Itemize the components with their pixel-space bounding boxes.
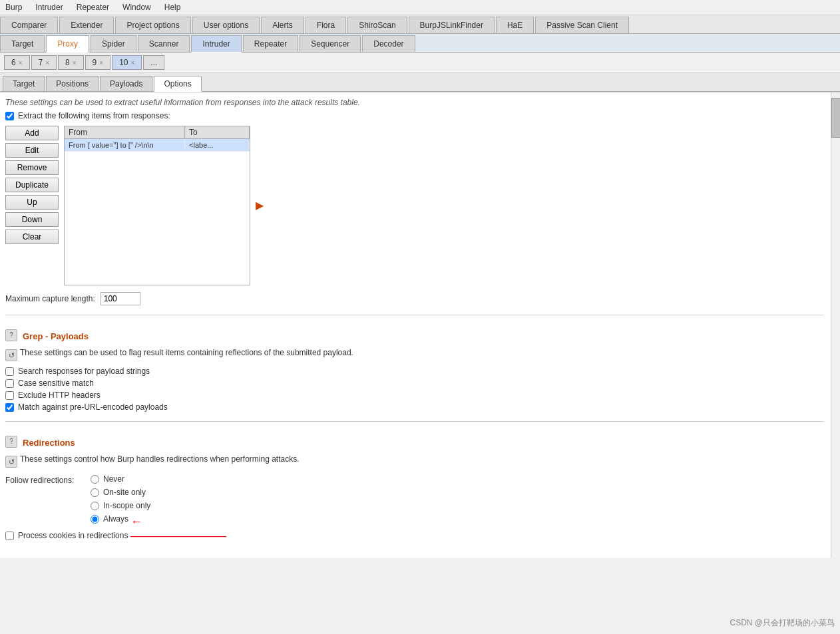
tab-target[interactable]: Target	[0, 35, 45, 52]
redirections-title: Redirections	[23, 438, 75, 448]
tab-passive-scan-client[interactable]: Passive Scan Client	[535, 17, 629, 33]
grep-payloads-section-row: ? Grep - Payloads	[5, 325, 824, 345]
inner-tab-payloads[interactable]: Payloads	[100, 76, 152, 91]
num-tab-10-close[interactable]: ×	[130, 59, 134, 67]
num-tab-8-label: 8	[65, 58, 70, 67]
extract-buttons-col: Add Edit Remove Duplicate Up Down Clear	[5, 126, 59, 285]
grep-payloads-title: Grep - Payloads	[23, 331, 89, 341]
menu-help[interactable]: Help	[162, 1, 184, 13]
grep-exclude-checkbox[interactable]	[5, 391, 14, 400]
extract-row-1[interactable]: From [ value="] to [" />\n\n <labe...	[65, 139, 250, 152]
process-cookies-label: Process cookies in redirections	[18, 531, 128, 540]
max-capture-input[interactable]	[101, 292, 140, 305]
menu-burp[interactable]: Burp	[3, 1, 25, 13]
grep-match-label: Match against pre-URL-encoded payloads	[18, 402, 168, 412]
tab-sequencer[interactable]: Sequencer	[300, 35, 361, 52]
divider-2	[5, 421, 824, 422]
inner-tab-positions[interactable]: Positions	[46, 76, 99, 91]
grep-search-checkbox[interactable]	[5, 367, 14, 376]
num-tab-9-label: 9	[93, 58, 97, 67]
radio-always-label: Always	[103, 514, 128, 524]
grep-help-icon[interactable]: ?	[5, 329, 17, 341]
main-content-area: These settings can be used to extract us…	[0, 92, 840, 558]
num-tab-more-label: ...	[150, 58, 157, 67]
up-button[interactable]: Up	[5, 195, 59, 210]
grep-match-row: Match against pre-URL-encoded payloads	[5, 402, 824, 412]
tab-intruder[interactable]: Intruder	[191, 35, 241, 53]
menu-intruder[interactable]: Intruder	[33, 1, 65, 13]
radio-onsite-row: On-site only	[91, 488, 150, 497]
num-tab-6-label: 6	[11, 58, 16, 67]
tab-spider[interactable]: Spider	[91, 35, 136, 52]
num-tab-9[interactable]: 9 ×	[85, 55, 111, 70]
extract-checkbox-row: Extract the following items from respons…	[5, 111, 824, 120]
radio-onsite[interactable]	[91, 488, 99, 497]
inner-tab-target[interactable]: Target	[3, 76, 45, 91]
num-tab-9-close[interactable]: ×	[99, 59, 103, 67]
num-tab-6-close[interactable]: ×	[19, 59, 23, 67]
tab-project-options[interactable]: Project options	[115, 17, 190, 33]
radio-never-row: Never	[91, 474, 150, 484]
redirections-section-row: ? Redirections	[5, 431, 824, 452]
scrollbar[interactable]	[831, 92, 840, 558]
top-tab-row: Comparer Extender Project options User o…	[0, 15, 840, 34]
duplicate-button[interactable]: Duplicate	[5, 178, 59, 192]
radio-inscope-row: In-scope only	[91, 501, 150, 510]
num-tab-8[interactable]: 8 ×	[58, 55, 84, 70]
num-tab-6[interactable]: 6 ×	[4, 55, 30, 70]
grep-exclude-label: Exclude HTTP headers	[18, 391, 101, 400]
num-tab-more[interactable]: ...	[143, 55, 164, 70]
tab-proxy[interactable]: Proxy	[46, 35, 89, 53]
extract-cell-from: From [ value="] to [" />\n\n	[65, 140, 185, 150]
radio-never-label: Never	[103, 474, 124, 484]
num-tab-10[interactable]: 10 ×	[112, 55, 142, 70]
radio-never[interactable]	[91, 475, 99, 484]
num-tab-7[interactable]: 7 ×	[31, 55, 57, 70]
redirections-refresh-icon[interactable]: ↺	[5, 456, 17, 468]
redirections-desc: These settings control how Burp handles …	[20, 454, 300, 464]
process-cookies-checkbox[interactable]	[5, 532, 14, 540]
tab-shiroscan[interactable]: ShiroScan	[347, 17, 407, 33]
tab-repeater[interactable]: Repeater	[243, 35, 298, 52]
tab-hae[interactable]: HaE	[496, 17, 534, 33]
tab-extender[interactable]: Extender	[59, 17, 114, 33]
remove-button[interactable]: Remove	[5, 160, 59, 175]
tab-user-options[interactable]: User options	[192, 17, 260, 33]
radio-inscope[interactable]	[91, 502, 99, 510]
scroll-content: These settings can be used to extract us…	[0, 92, 840, 558]
tab-fiora[interactable]: Fiora	[306, 17, 346, 33]
grep-refresh-icon[interactable]: ↺	[5, 349, 17, 361]
follow-redirections-label: Follow redirections:	[5, 474, 85, 485]
clear-button[interactable]: Clear	[5, 230, 59, 244]
num-tab-7-close[interactable]: ×	[45, 59, 49, 67]
extract-col-from: From	[65, 126, 185, 138]
menu-window[interactable]: Window	[120, 1, 154, 13]
menu-repeater[interactable]: Repeater	[74, 1, 112, 13]
extract-table: From To From [ value="] to [" />\n\n <la…	[64, 126, 250, 285]
grep-case-checkbox[interactable]	[5, 379, 14, 388]
grep-match-checkbox[interactable]	[5, 403, 14, 412]
extract-checkbox[interactable]	[5, 112, 14, 120]
tab-burpjslinkfinder[interactable]: BurpJSLinkFinder	[409, 17, 495, 33]
scrollbar-thumb[interactable]	[831, 98, 840, 138]
max-capture-row: Maximum capture length:	[5, 292, 824, 305]
inner-tab-options[interactable]: Options	[154, 76, 201, 92]
add-button[interactable]: Add	[5, 126, 59, 140]
tab-decoder[interactable]: Decoder	[362, 35, 415, 52]
num-tab-8-close[interactable]: ×	[73, 59, 77, 67]
num-tab-10-label: 10	[119, 58, 128, 67]
grep-case-label: Case sensitive match	[18, 379, 94, 388]
radio-onsite-label: On-site only	[103, 488, 146, 497]
grep-payloads-desc: These settings can be used to flag resul…	[20, 348, 353, 357]
tab-scanner[interactable]: Scanner	[138, 35, 190, 52]
process-cookies-row: Process cookies in redirections	[5, 531, 824, 540]
down-button[interactable]: Down	[5, 212, 59, 227]
edit-button[interactable]: Edit	[5, 143, 59, 158]
tab-comparer[interactable]: Comparer	[0, 17, 58, 33]
radio-always[interactable]	[91, 515, 99, 524]
redirections-refresh-row: ↺ These settings control how Burp handle…	[5, 454, 824, 469]
grep-search-label: Search responses for payload strings	[18, 367, 150, 376]
redirections-help-icon[interactable]: ?	[5, 436, 17, 448]
tab-alerts[interactable]: Alerts	[261, 17, 304, 33]
extract-checkbox-label: Extract the following items from respons…	[18, 111, 170, 120]
